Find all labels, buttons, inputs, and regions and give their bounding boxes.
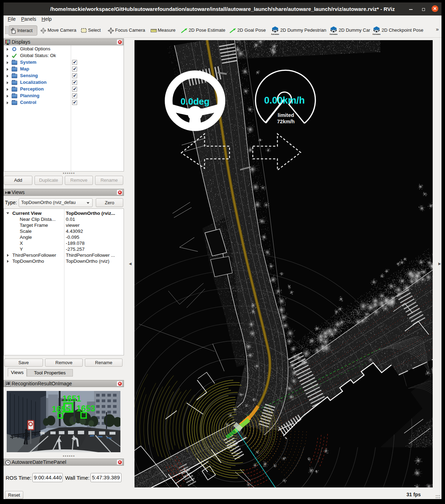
svg-text:Autoware: Autoware: [271, 33, 279, 35]
svg-text:0.0deg: 0.0deg: [181, 96, 209, 107]
svg-text:1653: 1653: [76, 404, 95, 413]
svg-text:Autoware: Autoware: [330, 33, 338, 35]
svg-text:1651: 1651: [62, 394, 81, 403]
svg-text:0.00km/h: 0.00km/h: [264, 95, 305, 106]
svg-text:limited: limited: [278, 112, 294, 118]
svg-text:Autoware: Autoware: [372, 33, 381, 35]
svg-text:72km/h: 72km/h: [277, 119, 295, 124]
